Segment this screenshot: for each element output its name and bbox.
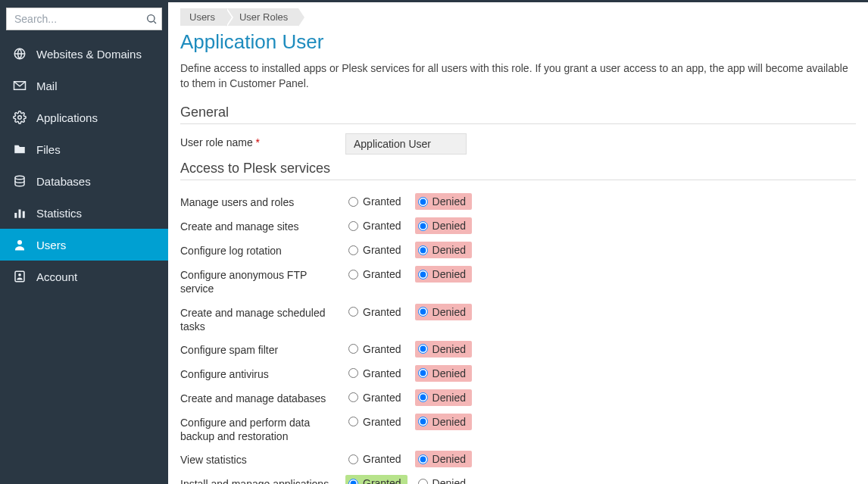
sidebar-item-applications[interactable]: Applications	[0, 101, 168, 133]
denied-label: Denied	[432, 244, 466, 256]
denied-option[interactable]: Denied	[415, 475, 472, 484]
denied-option[interactable]: Denied	[415, 217, 472, 234]
role-name-field[interactable]: Application User	[345, 133, 467, 155]
section-access-title: Access to Plesk services	[180, 161, 856, 180]
granted-radio[interactable]	[348, 344, 358, 354]
sidebar-item-mail[interactable]: Mail	[0, 70, 168, 101]
breadcrumb-item[interactable]: Users	[180, 8, 226, 26]
search-icon[interactable]	[145, 13, 158, 25]
denied-radio[interactable]	[418, 221, 428, 231]
denied-option[interactable]: Denied	[415, 242, 472, 258]
granted-radio[interactable]	[348, 197, 358, 207]
denied-label: Denied	[432, 453, 466, 465]
denied-radio[interactable]	[418, 368, 428, 378]
permission-label: Configure and perform data backup and re…	[180, 414, 345, 443]
permission-label: Create and manage sites	[180, 217, 345, 233]
sidebar-icon	[12, 205, 27, 220]
granted-radio[interactable]	[348, 368, 358, 378]
granted-radio[interactable]	[348, 392, 358, 402]
permission-options: GrantedDenied	[345, 304, 472, 320]
sidebar-item-account[interactable]: Account	[0, 261, 168, 292]
granted-option[interactable]: Granted	[345, 193, 407, 210]
denied-option[interactable]: Denied	[415, 193, 472, 210]
granted-option[interactable]: Granted	[345, 341, 407, 358]
permission-options: GrantedDenied	[345, 365, 472, 382]
denied-option[interactable]: Denied	[415, 451, 472, 467]
denied-label: Denied	[432, 306, 466, 318]
permission-label: View statistics	[180, 451, 345, 467]
permission-label: Configure spam filter	[180, 341, 345, 357]
denied-option[interactable]: Denied	[415, 304, 472, 320]
sidebar-item-label: Databases	[36, 175, 91, 188]
denied-option[interactable]: Denied	[415, 414, 472, 430]
granted-label: Granted	[363, 220, 401, 232]
denied-label: Denied	[432, 220, 466, 232]
granted-label: Granted	[363, 453, 401, 465]
sidebar-item-statistics[interactable]: Statistics	[0, 197, 168, 229]
sidebar-item-label: Websites & Domains	[36, 48, 142, 61]
granted-radio[interactable]	[348, 307, 358, 317]
granted-option[interactable]: Granted	[345, 475, 407, 484]
permissions-list: Manage users and rolesGrantedDeniedCreat…	[180, 189, 856, 484]
granted-radio[interactable]	[348, 221, 358, 231]
breadcrumb-item[interactable]: User Roles	[226, 8, 298, 26]
search-input[interactable]	[6, 8, 162, 30]
breadcrumb: UsersUser Roles	[180, 8, 856, 26]
sidebar-item-label: Users	[36, 239, 66, 251]
granted-radio[interactable]	[348, 270, 358, 279]
denied-radio[interactable]	[418, 197, 428, 207]
permission-row: Create and manage sitesGrantedDenied	[180, 214, 856, 238]
denied-radio[interactable]	[418, 479, 428, 484]
denied-radio[interactable]	[418, 344, 428, 354]
granted-radio[interactable]	[348, 479, 358, 484]
permission-options: GrantedDenied	[345, 341, 472, 358]
granted-option[interactable]: Granted	[345, 414, 407, 430]
granted-option[interactable]: Granted	[345, 389, 407, 406]
granted-option[interactable]: Granted	[345, 242, 407, 258]
page-description: Define access to installed apps or Plesk…	[180, 61, 856, 91]
denied-radio[interactable]	[418, 245, 428, 255]
granted-radio[interactable]	[348, 454, 358, 464]
permission-options: GrantedDenied	[345, 266, 472, 283]
permission-label: Configure antivirus	[180, 365, 345, 381]
denied-option[interactable]: Denied	[415, 389, 472, 406]
sidebar-item-label: Applications	[36, 111, 98, 124]
granted-option[interactable]: Granted	[345, 451, 407, 467]
permission-options: GrantedDenied	[345, 475, 472, 484]
denied-radio[interactable]	[418, 392, 428, 402]
granted-option[interactable]: Granted	[345, 304, 407, 320]
granted-radio[interactable]	[348, 417, 358, 426]
denied-label: Denied	[432, 477, 466, 484]
sidebar-item-websites-domains[interactable]: Websites & Domains	[0, 38, 168, 70]
permission-options: GrantedDenied	[345, 217, 472, 234]
granted-label: Granted	[363, 416, 401, 428]
permission-row: Configure spam filterGrantedDenied	[180, 337, 856, 361]
granted-label: Granted	[363, 477, 401, 484]
denied-option[interactable]: Denied	[415, 266, 472, 283]
denied-option[interactable]: Denied	[415, 341, 472, 358]
permission-row: Create and manage scheduled tasksGranted…	[180, 300, 856, 337]
svg-rect-6	[19, 210, 21, 218]
granted-option[interactable]: Granted	[345, 266, 407, 283]
sidebar-item-users[interactable]: Users	[0, 229, 168, 261]
granted-option[interactable]: Granted	[345, 217, 407, 234]
denied-label: Denied	[432, 343, 466, 355]
required-mark: *	[256, 136, 260, 148]
granted-radio[interactable]	[348, 245, 358, 255]
page-title: Application User	[180, 30, 856, 54]
sidebar-item-files[interactable]: Files	[0, 133, 168, 165]
permission-label: Create and manage scheduled tasks	[180, 304, 345, 333]
granted-label: Granted	[363, 367, 401, 379]
granted-option[interactable]: Granted	[345, 365, 407, 382]
permission-row: Create and manage databasesGrantedDenied	[180, 386, 856, 410]
denied-radio[interactable]	[418, 307, 428, 317]
denied-radio[interactable]	[418, 417, 428, 426]
denied-radio[interactable]	[418, 454, 428, 464]
sidebar-item-databases[interactable]: Databases	[0, 165, 168, 197]
denied-label: Denied	[432, 268, 466, 280]
sidebar-item-label: Files	[36, 143, 61, 156]
denied-radio[interactable]	[418, 270, 428, 279]
search-container	[0, 0, 168, 38]
denied-option[interactable]: Denied	[415, 365, 472, 382]
sidebar-icon	[12, 78, 27, 93]
